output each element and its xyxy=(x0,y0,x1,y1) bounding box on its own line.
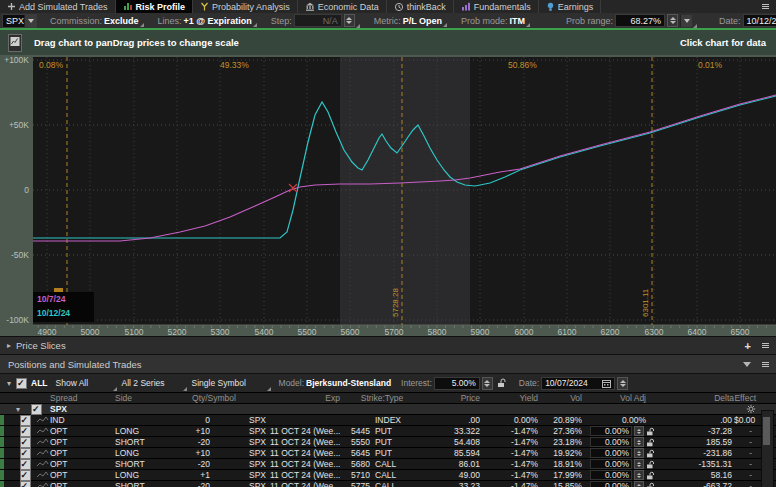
pl-chart-canvas[interactable]: +100K+50K0-50K-100K490050005100520053005… xyxy=(0,55,776,336)
header-bp-effect[interactable]: BP Effect xyxy=(734,393,756,403)
symbol-dropdown-button[interactable] xyxy=(24,15,36,27)
series-dropdown[interactable]: All 2 Series xyxy=(118,376,188,390)
sparkline-icon[interactable] xyxy=(37,471,49,479)
unlock-icon[interactable] xyxy=(497,378,507,388)
sparkline-icon[interactable] xyxy=(37,416,49,424)
table-row[interactable]: OPTSHORT-20SPX11 OCT 24 (Wee...5550PUT54… xyxy=(0,436,776,447)
sparkline-icon[interactable] xyxy=(37,482,49,487)
vol-adj-input[interactable]: 0.00% xyxy=(590,448,632,458)
header-strike-type[interactable]: Strike:Type xyxy=(340,393,424,403)
unlock-icon[interactable] xyxy=(646,427,656,436)
vol-adj-input[interactable]: 0.00% xyxy=(590,459,632,469)
vol-adj-stepper[interactable] xyxy=(634,481,644,487)
interest-input[interactable]: 5.00% xyxy=(434,377,480,390)
select-all-checkbox[interactable] xyxy=(16,378,27,389)
row-checkbox[interactable] xyxy=(20,448,31,459)
step-stepper[interactable] xyxy=(344,14,355,27)
vol-adj-stepper[interactable] xyxy=(634,470,644,480)
symbol-combobox[interactable]: SPX xyxy=(2,14,37,28)
row-checkbox[interactable] xyxy=(20,415,31,426)
row-checkbox[interactable] xyxy=(20,470,31,481)
step-input[interactable]: N/A xyxy=(294,14,342,27)
row-checkbox[interactable] xyxy=(20,459,31,470)
prob-mode-setting[interactable]: Prob mode: ITM xyxy=(454,16,531,26)
collapse-triangle-icon[interactable] xyxy=(743,362,751,367)
calendar-icon[interactable] xyxy=(602,379,611,388)
table-scrollbar[interactable] xyxy=(761,410,774,487)
hamburger-icon[interactable] xyxy=(761,361,770,368)
header-yield[interactable]: Yield xyxy=(480,393,538,403)
header-price[interactable]: Price xyxy=(424,393,480,403)
metric-setting[interactable]: Metric: P/L Open xyxy=(367,16,448,26)
price-slices-bar[interactable]: ▸ Price Slices + xyxy=(0,336,776,354)
chart-date-input[interactable]: 10/12/2024 xyxy=(743,14,776,27)
header-vol-adj[interactable]: Vol Adj xyxy=(582,393,658,403)
header-delta[interactable]: Delta xyxy=(658,393,734,403)
row-checkbox[interactable] xyxy=(20,437,31,448)
chevron-right-icon[interactable]: ▸ xyxy=(7,341,11,350)
table-row[interactable]: OPTSHORT-20SPX11 OCT 24 (Wee...5775CALL3… xyxy=(0,480,776,487)
prob-range-input[interactable]: 68.27% xyxy=(615,14,665,27)
vol-adj-input[interactable]: 0.00% xyxy=(590,470,632,480)
hamburger-icon[interactable] xyxy=(761,342,770,349)
table-row[interactable]: OPTLONG+10SPX11 OCT 24 (Wee...5445PUT33.… xyxy=(0,425,776,436)
vol-adj-input[interactable]: 0.00% xyxy=(590,481,632,487)
symbol-mode-dropdown[interactable]: Single Symbol xyxy=(188,376,272,390)
prob-range-dropdown-button[interactable] xyxy=(680,15,692,27)
scrollbar-thumb[interactable] xyxy=(763,417,770,445)
interest-stepper[interactable] xyxy=(482,377,493,390)
chevron-down-icon[interactable]: ▾ xyxy=(16,405,20,414)
table-row[interactable]: OPTLONG+1SPX11 OCT 24 (Wee...5710CALL49.… xyxy=(0,469,776,480)
unlock-icon[interactable] xyxy=(646,482,656,487)
cell-delta: -37.28 xyxy=(658,426,734,436)
header-spread[interactable]: Spread xyxy=(50,393,115,403)
tab-economic-data[interactable]: Economic Data xyxy=(298,0,387,13)
unlock-icon[interactable] xyxy=(646,460,656,469)
unlock-icon[interactable] xyxy=(646,449,656,458)
row-checkbox[interactable] xyxy=(20,426,31,437)
vol-adj-stepper[interactable] xyxy=(634,426,644,436)
table-row[interactable]: OPTLONG+10SPX11 OCT 24 (Wee...5645PUT85.… xyxy=(0,447,776,458)
unlock-icon[interactable] xyxy=(646,471,656,480)
chart-thumbnail-icon[interactable] xyxy=(8,34,22,52)
tab-fundamentals[interactable]: Fundamentals xyxy=(454,0,539,13)
sparkline-icon[interactable] xyxy=(37,427,49,435)
show-all-dropdown[interactable]: Show All xyxy=(52,376,118,390)
table-row[interactable]: IND0SPXINDEX.000.00%20.89%0.00%.00$0.00 xyxy=(0,414,776,425)
cell-strike: 5680 xyxy=(340,459,370,469)
add-price-slice-button[interactable]: + xyxy=(745,341,751,351)
positions-date-input[interactable]: 10/07/2024 xyxy=(541,377,615,390)
unlock-icon[interactable] xyxy=(646,438,656,447)
header-exp[interactable]: Exp xyxy=(266,393,340,403)
row-checkbox[interactable] xyxy=(20,481,31,487)
lines-setting[interactable]: Lines: +1 @ Expiration xyxy=(151,16,258,26)
symbol-group-row[interactable]: ▾ SPX xyxy=(0,403,776,414)
tab-earnings[interactable]: Earnings xyxy=(539,0,602,13)
sparkline-icon[interactable] xyxy=(37,449,49,457)
vol-adj-stepper[interactable] xyxy=(634,448,644,458)
vol-adj-stepper[interactable] xyxy=(634,437,644,447)
sparkline-icon[interactable] xyxy=(37,460,49,468)
chevron-down-icon[interactable]: ▾ xyxy=(7,379,11,388)
group-checkbox[interactable] xyxy=(31,404,42,415)
table-row[interactable]: OPTSHORT-20SPX11 OCT 24 (Wee...5680CALL8… xyxy=(0,458,776,469)
header-side[interactable]: Side xyxy=(115,393,162,403)
prob-range-stepper[interactable] xyxy=(667,14,678,27)
positions-date-stepper[interactable] xyxy=(617,377,628,390)
tab-probability-analysis[interactable]: Probability Analysis xyxy=(193,0,298,13)
positions-section-bar[interactable]: Positions and Simulated Trades xyxy=(0,354,776,373)
sparkline-icon[interactable] xyxy=(37,438,49,446)
vol-adj-input[interactable]: 0.00% xyxy=(590,426,632,436)
gear-icon[interactable] xyxy=(746,404,756,414)
tab-add-simulated-trades[interactable]: Add Simulated Trades xyxy=(0,0,116,13)
commission-setting[interactable]: Commission: Exclude xyxy=(43,16,145,26)
model-value[interactable]: Bjerksund-Stensland xyxy=(306,378,391,388)
header-vol[interactable]: Vol xyxy=(538,393,582,403)
tab-thinkback[interactable]: thinkBack xyxy=(387,0,454,13)
vol-adj-input[interactable]: 0.00% xyxy=(590,437,632,447)
vol-adj-stepper[interactable] xyxy=(634,459,644,469)
header-qty-symbol[interactable]: Qty/Symbol xyxy=(162,393,266,403)
tab-bar-menu-button[interactable] xyxy=(761,3,770,10)
tab-risk-profile[interactable]: Risk Profile xyxy=(116,0,194,13)
cell-vol: 17.99% xyxy=(538,470,582,480)
